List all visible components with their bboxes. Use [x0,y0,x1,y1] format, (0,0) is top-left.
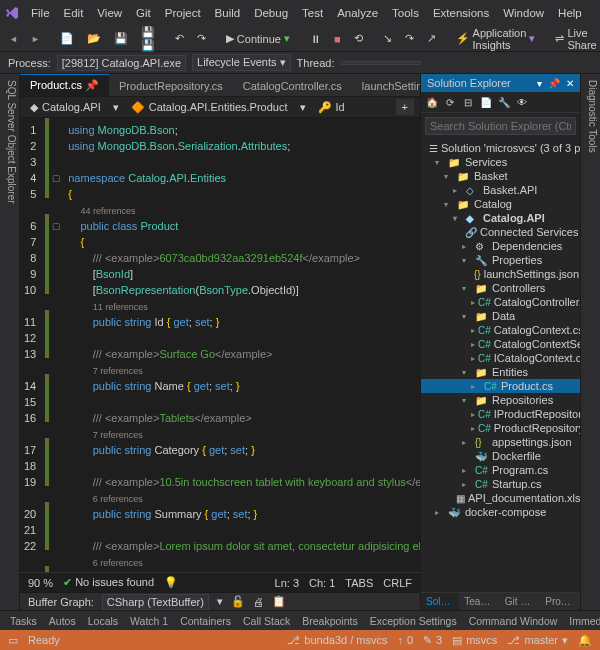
tree-item-entities[interactable]: ▾📁Entities [421,365,580,379]
tree-item-basket-api[interactable]: ▸◇Basket.API [421,183,580,197]
menu-edit[interactable]: Edit [57,4,91,22]
tree-item-catalog[interactable]: ▾📁Catalog [421,197,580,211]
redo-button[interactable]: ↷ [192,29,211,48]
panel-tab-0[interactable]: Solutio... [421,593,459,610]
breadcrumb-project[interactable]: ◆ Catalog.API [26,99,105,116]
right-gutter-diagnostics[interactable]: Diagnostic Tools [580,74,600,610]
pause-button[interactable]: ⏸ [305,30,326,48]
output-tab-exception-settings[interactable]: Exception Settings [364,613,463,629]
code-editor[interactable]: 1234567891011121314151617181920212223242… [20,118,420,572]
buffer-tool-icon[interactable]: 🔓 [231,595,245,608]
menu-help[interactable]: Help [593,4,600,22]
pin-icon[interactable]: 📌 [548,78,560,89]
preview-icon[interactable]: 👁 [515,95,529,109]
save-button[interactable]: 💾 [109,29,133,48]
panel-tab-2[interactable]: Git Cha... [500,593,541,610]
repo-name[interactable]: ▤ msvcs [452,634,497,647]
left-gutter-sql-explorer[interactable]: SQL Server Object Explorer [0,74,20,610]
tab-productrepository-cs[interactable]: ProductRepository.cs [109,76,233,96]
show-all-icon[interactable]: 📄 [479,95,493,109]
panel-tab-3[interactable]: Propert... [540,593,580,610]
dropdown-icon[interactable]: ▾ [537,78,542,89]
output-tab-locals[interactable]: Locals [82,613,124,629]
tree-item-dockerfile[interactable]: 🐳Dockerfile [421,449,580,463]
step-into-button[interactable]: ↘ [378,29,397,48]
tree-item-catalogcontroller-cs[interactable]: ▸C#CatalogController.cs [421,295,580,309]
close-panel-icon[interactable]: ✕ [566,78,574,89]
menu-project[interactable]: Project [158,4,208,22]
menu-test[interactable]: Test [295,4,330,22]
nav-back-button[interactable]: ◄ [4,31,23,47]
output-tab-containers[interactable]: Containers [174,613,237,629]
tree-item-startup-cs[interactable]: ▸C#Startup.cs [421,477,580,491]
thread-combo[interactable] [341,61,421,65]
breadcrumb-member[interactable]: 🔑 Id [314,99,349,116]
properties-icon[interactable]: 🔧 [497,95,511,109]
zoom-level[interactable]: 90 % [28,577,53,589]
tree-item-appsettings-json[interactable]: ▸{}appsettings.json [421,435,580,449]
step-out-button[interactable]: ↗ [422,29,441,48]
live-share-button[interactable]: ⇌ Live Share [550,24,600,54]
undo-button[interactable]: ↶ [170,29,189,48]
pending-changes[interactable]: ✎ 3 [423,634,442,647]
tree-item-launchsettings-json[interactable]: {}launchSettings.json [421,267,580,281]
save-all-button[interactable]: 💾💾 [136,23,160,55]
sync-icon[interactable]: ⟳ [443,95,457,109]
tree-item-program-cs[interactable]: ▸C#Program.cs [421,463,580,477]
menu-build[interactable]: Build [208,4,248,22]
tree-item-services[interactable]: ▾📁Services [421,155,580,169]
menu-view[interactable]: View [90,4,129,22]
tree-item-product-cs[interactable]: ▸C#Product.cs [421,379,580,393]
tree-item-dependencies[interactable]: ▸⚙Dependencies [421,239,580,253]
menu-tools[interactable]: Tools [385,4,426,22]
output-tab-command-window[interactable]: Command Window [463,613,564,629]
output-tab-call-stack[interactable]: Call Stack [237,613,296,629]
solution-tree[interactable]: ☰Solution 'microsvcs' (3 of 3 projects)▾… [421,139,580,592]
menu-analyze[interactable]: Analyze [330,4,385,22]
output-tab-tasks[interactable]: Tasks [4,613,43,629]
output-tab-watch-1[interactable]: Watch 1 [124,613,174,629]
process-combo[interactable]: [29812] Catalog.API.exe [57,55,186,71]
tab-product-cs[interactable]: Product.cs 📌 [20,74,109,96]
tree-item-data[interactable]: ▾📁Data [421,309,580,323]
app-insights-button[interactable]: ⚡ Application Insights ▾ [451,24,541,54]
tree-item-catalog-api[interactable]: ▾◆Catalog.API [421,211,580,225]
buffer-copy-icon[interactable]: 📋 [272,595,286,608]
continue-button[interactable]: ▶ Continue ▾ [221,29,295,48]
output-tab-immediate-window[interactable]: Immediate Window [563,613,600,629]
menu-extensions[interactable]: Extensions [426,4,496,22]
menu-git[interactable]: Git [129,4,158,22]
tree-item-solution-microsvcs-3-of-3-projects-[interactable]: ☰Solution 'microsvcs' (3 of 3 projects) [421,141,580,155]
add-tab-button[interactable]: + [396,99,414,115]
tree-item-api_documentation-xlsx[interactable]: ▦API_documentation.xlsx [421,491,580,505]
nav-forward-button[interactable]: ► [26,31,45,47]
output-tab-autos[interactable]: Autos [43,613,82,629]
tree-item-icatalogcontext-cs[interactable]: ▸C#ICatalogContext.cs [421,351,580,365]
panel-tab-1[interactable]: Team E... [459,593,500,610]
tree-item-productrepository-cs[interactable]: ▸C#ProductRepository.cs [421,421,580,435]
menu-file[interactable]: File [24,4,57,22]
tree-item-controllers[interactable]: ▾📁Controllers [421,281,580,295]
tree-item-catalogcontextseed-cs[interactable]: ▸C#CatalogContextSeed.cs [421,337,580,351]
restart-button[interactable]: ⟲ [349,29,368,48]
menu-debug[interactable]: Debug [247,4,295,22]
solution-search-input[interactable] [425,117,576,135]
buffer-combo[interactable]: CSharp (TextBuffer) [102,594,209,610]
outgoing-commits[interactable]: ↑ 0 [397,634,413,646]
stop-button[interactable]: ■ [329,30,346,48]
tree-item-connected-services[interactable]: 🔗Connected Services [421,225,580,239]
tree-item-basket[interactable]: ▾📁Basket [421,169,580,183]
issues-indicator[interactable]: ✔ No issues found [63,576,154,589]
menu-help[interactable]: Help [551,4,589,22]
collapse-icon[interactable]: ⊟ [461,95,475,109]
tab-launchsettings-json[interactable]: launchSettings.json [352,76,420,96]
tree-item-iproductrepository-cs[interactable]: ▸C#IProductRepository.cs [421,407,580,421]
notifications-icon[interactable]: 🔔 [578,634,592,647]
tree-item-repositories[interactable]: ▾📁Repositories [421,393,580,407]
new-item-button[interactable]: 📄 [55,29,79,48]
buffer-print-icon[interactable]: 🖨 [253,596,264,608]
tree-item-docker-compose[interactable]: ▸🐳docker-compose [421,505,580,519]
tab-catalogcontroller-cs[interactable]: CatalogController.cs [233,76,352,96]
github-repo[interactable]: ⎇ bunda3d / msvcs [287,634,387,647]
step-over-button[interactable]: ↷ [400,29,419,48]
